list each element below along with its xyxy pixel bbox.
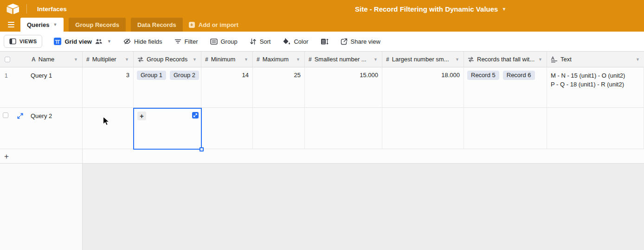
linked-record-pill[interactable]: Record 6 xyxy=(503,71,535,80)
cell-text[interactable]: M - N - 15 (unit1) - O (unit2) P - Q - 1… xyxy=(547,67,644,107)
cell-largest-number[interactable]: 18.000 xyxy=(382,67,464,107)
text-line: P - Q - 18 (unit1) - R (unit2) xyxy=(551,80,624,89)
row-height-button[interactable] xyxy=(321,38,328,45)
cell-records-that-fall[interactable] xyxy=(464,108,547,149)
sidebar-icon xyxy=(9,38,16,45)
table-tab-bar: Queries ▼ Group Records Data Records + A… xyxy=(0,18,644,32)
column-chevron-down-icon[interactable]: ▼ xyxy=(296,57,300,62)
column-header-records-that-fall[interactable]: Records that fall wit... ▼ xyxy=(464,52,547,67)
cell-value: 14 xyxy=(242,72,249,79)
hamburger-menu-icon[interactable] xyxy=(8,18,14,32)
tab-queries-label: Queries xyxy=(27,21,49,28)
cell-name[interactable]: Query 2 xyxy=(0,108,83,149)
cell-name-value: Query 2 xyxy=(31,112,52,119)
column-header-group-records[interactable]: Group Records ▼ xyxy=(134,52,201,67)
text-line: M - N - 15 (unit1) - O (unit2) xyxy=(551,71,625,80)
text-field-icon: A xyxy=(32,56,36,63)
row-number: 1 xyxy=(5,72,8,79)
cell-records-that-fall[interactable]: Record 5 Record 6 xyxy=(464,67,547,107)
linked-record-pill[interactable]: Group 2 xyxy=(170,71,199,80)
long-text-field-icon xyxy=(551,56,558,63)
expand-record-icon[interactable] xyxy=(16,112,24,119)
column-label: Text xyxy=(560,56,572,63)
column-chevron-down-icon[interactable]: ▼ xyxy=(455,57,459,62)
column-chevron-down-icon[interactable]: ▼ xyxy=(74,57,78,62)
sort-button[interactable]: Sort xyxy=(250,38,271,45)
cell-minimum[interactable]: 14 xyxy=(201,67,253,107)
fill-handle[interactable] xyxy=(200,147,204,151)
below-grid-frozen-column xyxy=(0,164,83,250)
column-chevron-down-icon[interactable]: ▼ xyxy=(193,57,197,62)
title-chevron-down-icon: ▼ xyxy=(502,7,506,12)
tab-queries[interactable]: Queries ▼ xyxy=(20,18,64,32)
select-all-checkbox[interactable] xyxy=(5,57,10,62)
column-label: Group Records xyxy=(147,56,187,63)
tab-data-records[interactable]: Data Records xyxy=(131,18,183,32)
column-header-smallest-number[interactable]: # Smallest number ... ▼ xyxy=(305,52,382,67)
column-chevron-down-icon[interactable]: ▼ xyxy=(374,57,378,62)
column-label: Maximum xyxy=(263,56,289,63)
interfaces-label[interactable]: Interfaces xyxy=(37,6,67,13)
grid-view-icon xyxy=(54,38,61,45)
cell-largest-number[interactable] xyxy=(382,108,464,149)
column-header-minimum[interactable]: # Minimum ▼ xyxy=(201,52,253,67)
tab-group-records[interactable]: Group Records xyxy=(69,18,126,32)
cell-multiplier[interactable] xyxy=(83,108,134,149)
airtable-logo-icon[interactable] xyxy=(6,3,19,14)
view-toolbar: VIEWS Grid view ▼ Hide fields Filter xyxy=(0,32,644,52)
hide-fields-label: Hide fields xyxy=(134,38,162,45)
view-name-label: Grid view xyxy=(64,38,92,45)
page-title-text: Site - Record Filtering with Dynamic Val… xyxy=(355,5,498,13)
color-label: Color xyxy=(294,38,308,45)
views-label: VIEWS xyxy=(19,39,37,44)
cell-name[interactable]: 1 Query 1 xyxy=(0,67,83,107)
expand-cell-icon[interactable] xyxy=(192,112,199,118)
tab-chevron-down-icon[interactable]: ▼ xyxy=(53,22,57,27)
column-label: Minimum xyxy=(211,56,236,63)
column-chevron-down-icon[interactable]: ▼ xyxy=(244,57,248,62)
share-view-label: Share view xyxy=(351,38,380,45)
add-or-import-button[interactable]: + Add or import xyxy=(189,18,238,32)
cell-group-records[interactable]: Group 1 Group 2 xyxy=(134,67,201,107)
cell-smallest-number[interactable]: 15.000 xyxy=(305,67,382,107)
cell-multiplier[interactable]: 3 xyxy=(83,67,134,107)
cell-value: 25 xyxy=(294,72,301,79)
linked-record-pill[interactable]: Record 5 xyxy=(467,71,499,80)
column-header-name[interactable]: A Name ▼ xyxy=(0,52,83,67)
column-chevron-down-icon[interactable]: ▼ xyxy=(636,57,640,62)
column-label: Name xyxy=(39,56,55,63)
sort-label: Sort xyxy=(260,38,271,45)
top-app-bar: Interfaces Site - Record Filtering with … xyxy=(0,0,644,18)
column-header-text[interactable]: Text ▼ xyxy=(547,52,644,67)
add-linked-record-button[interactable]: + xyxy=(137,112,146,120)
color-paint-icon xyxy=(283,38,290,45)
add-row[interactable]: + xyxy=(0,149,644,164)
group-label: Group xyxy=(221,38,238,45)
hide-fields-button[interactable]: Hide fields xyxy=(123,38,162,45)
selected-cell[interactable]: + xyxy=(133,108,202,150)
column-chevron-down-icon[interactable]: ▼ xyxy=(125,57,129,62)
table-row-1: 1 Query 1 3 Group 1 Group 2 14 25 15.000… xyxy=(0,67,644,108)
views-sidebar-toggle-button[interactable]: VIEWS xyxy=(4,35,42,48)
page-title[interactable]: Site - Record Filtering with Dynamic Val… xyxy=(355,0,506,18)
column-header-multiplier[interactable]: # Multiplier ▼ xyxy=(83,52,134,67)
column-header-maximum[interactable]: # Maximum ▼ xyxy=(253,52,305,67)
cell-value: 18.000 xyxy=(441,72,460,79)
color-button[interactable]: Color xyxy=(283,38,308,45)
column-chevron-down-icon[interactable]: ▼ xyxy=(538,57,542,62)
cell-text[interactable] xyxy=(547,108,644,149)
add-row-plus-icon[interactable]: + xyxy=(4,152,9,160)
share-view-button[interactable]: Share view xyxy=(341,38,380,45)
row-checkbox[interactable] xyxy=(3,112,8,118)
cell-maximum[interactable] xyxy=(253,108,305,149)
column-header-largest-number[interactable]: # Largest number sm... ▼ xyxy=(382,52,464,67)
tab-data-records-label: Data Records xyxy=(137,21,176,28)
grid-body: 1 Query 1 3 Group 1 Group 2 14 25 15.000… xyxy=(0,67,644,250)
cell-smallest-number[interactable] xyxy=(305,108,382,149)
linked-record-pill[interactable]: Group 1 xyxy=(137,71,166,80)
cell-minimum[interactable] xyxy=(201,108,253,149)
cell-maximum[interactable]: 25 xyxy=(253,67,305,107)
filter-button[interactable]: Filter xyxy=(174,38,198,45)
group-button[interactable]: Group xyxy=(210,38,238,45)
view-switcher[interactable]: Grid view ▼ xyxy=(54,38,111,45)
